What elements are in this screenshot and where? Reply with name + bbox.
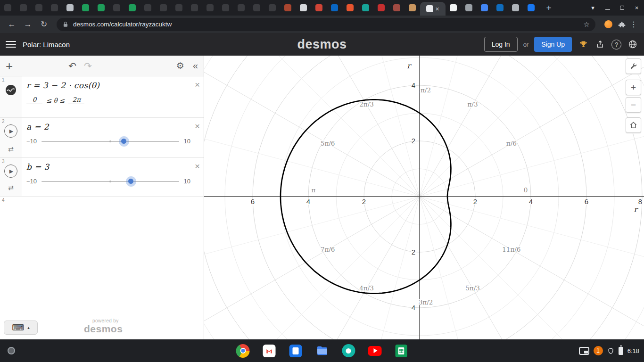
close-icon[interactable]: × bbox=[195, 162, 200, 171]
bookmark-star-icon[interactable]: ☆ bbox=[584, 20, 590, 29]
browser-tab[interactable] bbox=[171, 0, 187, 16]
shelf-app-camera[interactable] bbox=[341, 344, 356, 358]
browser-tab[interactable] bbox=[233, 0, 249, 16]
system-tray[interactable]: 1 6:18 bbox=[579, 346, 639, 355]
expression-row-1[interactable]: 1 r = 3 − 2 · cos(θ) 0 ≤ θ ≤ 2π bbox=[0, 76, 204, 118]
slider-min-label[interactable]: −10 bbox=[26, 178, 37, 185]
browser-tab[interactable] bbox=[78, 0, 93, 16]
polar-plot[interactable]: 642246842240π/6π/3π/22π/35π/6π7π/64π/33π… bbox=[204, 56, 644, 339]
browser-tab[interactable] bbox=[109, 0, 124, 16]
slider-play-icon[interactable]: ▶ bbox=[4, 124, 17, 138]
browser-tab[interactable] bbox=[0, 0, 16, 16]
lock-icon[interactable] bbox=[62, 21, 69, 28]
slider-handle[interactable] bbox=[126, 176, 136, 187]
browser-tab[interactable] bbox=[342, 0, 358, 16]
desmos-logo[interactable]: desmos bbox=[297, 37, 347, 52]
slider-play-icon[interactable]: ▶ bbox=[4, 165, 17, 178]
shelf-app-gmail[interactable] bbox=[262, 344, 277, 358]
expression-gutter[interactable]: 3 ▶ ⇄ bbox=[0, 158, 22, 196]
undo-button[interactable]: ↶ bbox=[68, 60, 76, 72]
window-close-button[interactable]: × bbox=[629, 4, 644, 11]
new-tab-button[interactable]: + bbox=[543, 3, 555, 13]
slider-loop-icon[interactable]: ⇄ bbox=[8, 184, 14, 191]
browser-tab[interactable] bbox=[93, 0, 109, 16]
shelf-app-chrome[interactable] bbox=[236, 344, 250, 358]
add-expression-button[interactable]: + bbox=[6, 60, 13, 72]
browser-tab[interactable] bbox=[280, 0, 296, 16]
collapse-panel-button[interactable]: « bbox=[193, 60, 198, 71]
login-button[interactable]: Log In bbox=[484, 37, 518, 52]
close-icon[interactable]: × bbox=[195, 80, 200, 89]
expression-gutter[interactable]: 4 bbox=[0, 197, 22, 211]
help-icon[interactable]: ? bbox=[611, 40, 621, 49]
graph-settings-wrench-button[interactable] bbox=[626, 58, 641, 74]
shelf-app-youtube[interactable] bbox=[368, 344, 382, 358]
keyboard-toggle-button[interactable]: ⌨ ▴ bbox=[4, 321, 38, 335]
browser-tab[interactable] bbox=[124, 0, 140, 16]
slider-track[interactable] bbox=[41, 181, 179, 182]
slider-handle[interactable] bbox=[119, 136, 129, 147]
graph-settings-icon[interactable]: ⚙ bbox=[176, 60, 184, 71]
back-button[interactable]: ← bbox=[5, 20, 19, 29]
browser-menu-icon[interactable]: ⋮ bbox=[628, 20, 639, 29]
notification-badge[interactable]: 1 bbox=[594, 346, 603, 355]
slider-max-label[interactable]: 10 bbox=[184, 178, 190, 185]
domain-max-input[interactable]: 2π bbox=[68, 96, 84, 104]
browser-tab[interactable] bbox=[446, 0, 461, 16]
browser-tab[interactable] bbox=[140, 0, 156, 16]
close-icon[interactable]: × bbox=[195, 122, 200, 131]
browser-tab[interactable] bbox=[492, 0, 508, 16]
share-icon[interactable] bbox=[594, 39, 606, 50]
hamburger-menu-icon[interactable] bbox=[6, 41, 16, 48]
browser-tab[interactable] bbox=[327, 0, 342, 16]
default-zoom-home-button[interactable] bbox=[626, 117, 641, 133]
empty-expression-input[interactable] bbox=[22, 197, 204, 211]
browser-tab[interactable] bbox=[47, 0, 62, 16]
expression-row-2[interactable]: 2 ▶ ⇄ a = 2 −10 10 × bbox=[0, 118, 204, 158]
browser-tab[interactable] bbox=[156, 0, 171, 16]
expression-latex[interactable]: r = 3 − 2 · cos(θ) bbox=[26, 81, 190, 90]
browser-tab[interactable] bbox=[405, 0, 420, 16]
slider-max-label[interactable]: 10 bbox=[184, 138, 190, 145]
browser-tab[interactable] bbox=[311, 0, 327, 16]
browser-tab[interactable] bbox=[62, 0, 78, 16]
address-bar[interactable]: desmos.com/calculator/rayzacuktw ☆ bbox=[57, 18, 595, 31]
browser-tab[interactable] bbox=[389, 0, 405, 16]
tab-search-icon[interactable]: ▾ bbox=[586, 4, 600, 11]
zoom-out-button[interactable]: − bbox=[626, 97, 641, 113]
browser-tab[interactable] bbox=[16, 0, 31, 16]
tab-close-icon[interactable]: × bbox=[435, 6, 439, 12]
reload-button[interactable]: ↻ bbox=[37, 19, 51, 29]
launcher-button[interactable] bbox=[8, 347, 15, 354]
forward-button[interactable]: → bbox=[21, 20, 35, 29]
redo-button[interactable]: ↷ bbox=[84, 60, 92, 72]
tab-active-desmos[interactable]: × bbox=[420, 2, 446, 16]
shelf-app-files[interactable] bbox=[315, 344, 330, 358]
browser-tab[interactable] bbox=[508, 0, 523, 16]
window-minimize-button[interactable] bbox=[600, 4, 615, 11]
browser-tab[interactable] bbox=[296, 0, 311, 16]
curve-style-icon[interactable] bbox=[5, 84, 17, 98]
domain-min-input[interactable]: 0 bbox=[26, 96, 42, 104]
zoom-in-button[interactable]: + bbox=[626, 80, 641, 95]
slider-track[interactable] bbox=[41, 141, 179, 142]
browser-tab[interactable] bbox=[373, 0, 389, 16]
trophy-icon[interactable] bbox=[578, 39, 589, 50]
url-text[interactable]: desmos.com/calculator/rayzacuktw bbox=[73, 21, 584, 28]
browser-tab[interactable] bbox=[187, 0, 202, 16]
extensions-puzzle-icon[interactable] bbox=[618, 20, 626, 29]
shelf-app-sheets[interactable] bbox=[394, 344, 409, 358]
expression-latex[interactable]: a = 2 bbox=[26, 122, 190, 132]
window-maximize-button[interactable] bbox=[615, 4, 629, 11]
browser-tab[interactable] bbox=[31, 0, 47, 16]
extension-icon[interactable] bbox=[604, 20, 612, 28]
expression-row-4[interactable]: 4 bbox=[0, 197, 204, 211]
browser-tab[interactable] bbox=[218, 0, 233, 16]
browser-tab[interactable] bbox=[264, 0, 280, 16]
signup-button[interactable]: Sign Up bbox=[534, 37, 572, 52]
browser-tab[interactable] bbox=[249, 0, 264, 16]
clock[interactable]: 6:18 bbox=[627, 347, 639, 354]
screen-capture-icon[interactable] bbox=[579, 347, 589, 355]
graph-title[interactable]: Polar: Limacon bbox=[23, 41, 70, 49]
browser-tab[interactable] bbox=[358, 0, 373, 16]
